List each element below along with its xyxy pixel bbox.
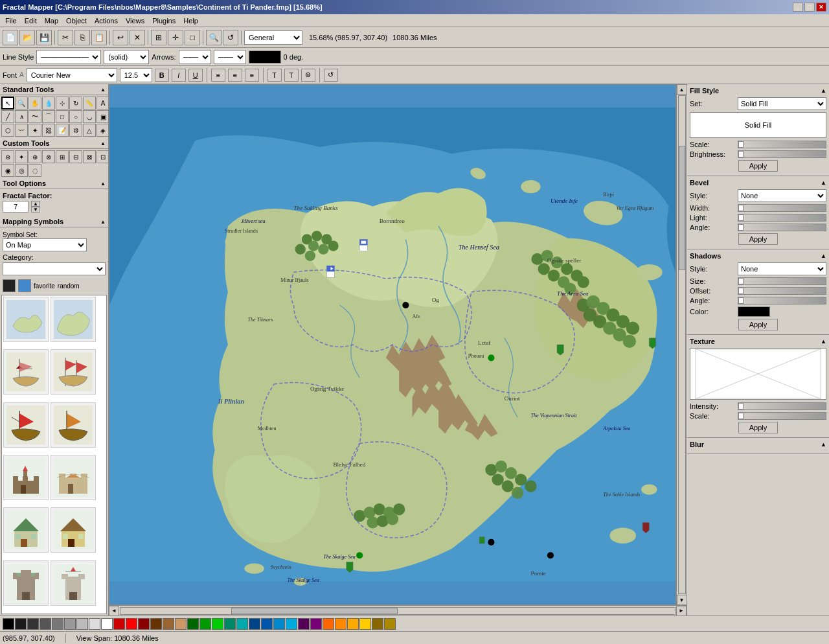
fractal-factor-down[interactable]: ▼	[31, 207, 40, 213]
custom-tool-1[interactable]: ⊛	[1, 150, 14, 163]
color-swatch-olive[interactable]	[372, 618, 383, 630]
color-swatch-purple2[interactable]	[310, 618, 322, 630]
sym-cell-9[interactable]	[3, 507, 49, 553]
new-button[interactable]: 📄	[3, 30, 18, 45]
zoom-out-button[interactable]: ↺	[223, 30, 238, 45]
menu-actions[interactable]: Actions	[91, 16, 122, 26]
shadows-apply-button[interactable]: Apply	[738, 319, 778, 330]
bevel-style-select[interactable]: None	[738, 189, 826, 202]
align-left-button[interactable]: ≡	[211, 69, 225, 82]
custom-tool-5[interactable]: ⊞	[56, 150, 69, 163]
linestyle-solid-select[interactable]: (solid)	[104, 50, 149, 64]
blur-collapse[interactable]: ▲	[821, 441, 826, 448]
fill-style-collapse[interactable]: ▲	[821, 87, 826, 94]
sym-cell-5[interactable]	[3, 402, 49, 448]
bevel-width-slider[interactable]	[738, 204, 826, 212]
hscroll-track[interactable]	[120, 607, 676, 615]
custom-tool-3[interactable]: ⊕	[28, 150, 41, 163]
custom-tool-10[interactable]: ◎	[15, 164, 28, 177]
layer-select[interactable]: General	[244, 30, 302, 45]
custom-tools-collapse[interactable]: ▲	[100, 141, 106, 146]
color-swatch-7[interactable]	[89, 618, 100, 630]
vscroll-down-button[interactable]: ▼	[677, 595, 687, 605]
standard-tools-collapse[interactable]: ▲	[100, 87, 106, 93]
color-swatch-orange2[interactable]	[335, 618, 346, 630]
undo-text-button[interactable]: ↺	[324, 69, 338, 82]
color-swatch-brown2[interactable]	[163, 618, 174, 630]
color-swatch-red2[interactable]	[126, 618, 137, 630]
map-canvas[interactable]: The Sakling Banks Jdhvert sea Utende Isf…	[109, 84, 676, 605]
custom-tool-6[interactable]: ⊟	[69, 150, 82, 163]
grid-button[interactable]: ⊞	[151, 30, 166, 45]
font-name-select[interactable]: Courier New	[27, 68, 117, 82]
color-swatch-yellow1[interactable]	[347, 618, 359, 630]
color-swatch-2[interactable]	[27, 618, 39, 630]
color-swatch-4[interactable]	[52, 618, 63, 630]
tool-link[interactable]: ⛓	[42, 124, 55, 137]
fill-set-select[interactable]: Solid Fill	[738, 97, 826, 110]
bold-button[interactable]: B	[155, 69, 169, 82]
save-button[interactable]: 💾	[36, 30, 52, 45]
align-right-button[interactable]: ≡	[245, 69, 259, 82]
texture-collapse[interactable]: ▲	[821, 338, 826, 345]
align-center-button[interactable]: ≡	[228, 69, 242, 82]
sym-cell-10[interactable]	[51, 507, 96, 553]
tool-node[interactable]: ⊹	[56, 97, 69, 109]
fractal-factor-up[interactable]: ▲	[31, 201, 40, 207]
tool-bezier[interactable]: ⌒	[42, 110, 55, 123]
shadows-collapse[interactable]: ▲	[821, 253, 826, 259]
menu-help[interactable]: Help	[179, 16, 202, 26]
shadows-size-slider[interactable]	[738, 277, 826, 285]
paste-button[interactable]: 📋	[91, 30, 107, 45]
color-swatch-green1[interactable]	[187, 618, 199, 630]
fill-apply-button[interactable]: Apply	[738, 160, 778, 172]
sym-cell-11[interactable]	[3, 560, 49, 606]
color-swatch-1[interactable]	[15, 618, 27, 630]
custom-tool-8[interactable]: ⊡	[97, 150, 109, 163]
snap-button[interactable]: □	[185, 30, 200, 45]
sym-cell-7[interactable]	[3, 455, 49, 500]
sym-cell-4[interactable]	[51, 349, 96, 395]
color-swatch-darkred[interactable]	[138, 618, 150, 630]
underline-button[interactable]: U	[188, 69, 203, 82]
bevel-angle-slider[interactable]	[738, 224, 826, 231]
sym-color-box-2[interactable]	[18, 279, 31, 292]
fractal-factor-input[interactable]	[3, 201, 28, 213]
bevel-light-slider[interactable]	[738, 214, 826, 222]
vscroll-up-button[interactable]: ▲	[677, 84, 687, 95]
move-button[interactable]: ✛	[168, 30, 183, 45]
bevel-apply-button[interactable]: Apply	[738, 233, 778, 245]
tool-select[interactable]: ↖	[1, 97, 14, 109]
tool-circle[interactable]: ○	[69, 110, 82, 123]
tool-rotate[interactable]: ↻	[69, 97, 82, 109]
tool-sym[interactable]: ✦	[28, 124, 41, 137]
tool-extra3[interactable]: ◈	[97, 124, 109, 137]
custom-tool-7[interactable]: ⊠	[83, 150, 96, 163]
color-swatch-brown1[interactable]	[150, 618, 162, 630]
color-swatch-red1[interactable]	[113, 618, 125, 630]
fill-brightness-slider[interactable]	[738, 150, 826, 158]
tool-extra2[interactable]: △	[83, 124, 96, 137]
color-swatch-ltblue[interactable]	[286, 618, 297, 630]
italic-button[interactable]: I	[172, 69, 186, 82]
color-swatch-white[interactable]	[101, 618, 113, 630]
custom-tool-11[interactable]: ◌	[28, 164, 41, 177]
texture-scale-slider[interactable]	[738, 412, 826, 420]
tool-arc[interactable]: ◡	[83, 110, 96, 123]
color-swatch-6[interactable]	[76, 618, 88, 630]
sym-cell-3[interactable]	[3, 349, 49, 395]
shadows-angle-slider[interactable]	[738, 297, 826, 305]
sym-cell-2[interactable]	[51, 297, 96, 342]
shadows-offset-slider[interactable]	[738, 287, 826, 295]
color-swatch-tan[interactable]	[175, 618, 187, 630]
tool-poly[interactable]: ⬡	[1, 124, 14, 137]
minimize-button[interactable]: _	[793, 3, 803, 12]
vscroll-thumb[interactable]	[679, 146, 685, 270]
menu-object[interactable]: Object	[62, 16, 91, 26]
arrows-select1[interactable]: ───	[179, 50, 211, 64]
tool-extra1[interactable]: ⚙	[69, 124, 82, 137]
tool-options-collapse[interactable]: ▲	[100, 181, 106, 187]
tool-measure[interactable]: 📏	[83, 97, 96, 109]
arrows-select2[interactable]: ───	[214, 50, 246, 64]
tool-text[interactable]: A	[97, 97, 109, 109]
